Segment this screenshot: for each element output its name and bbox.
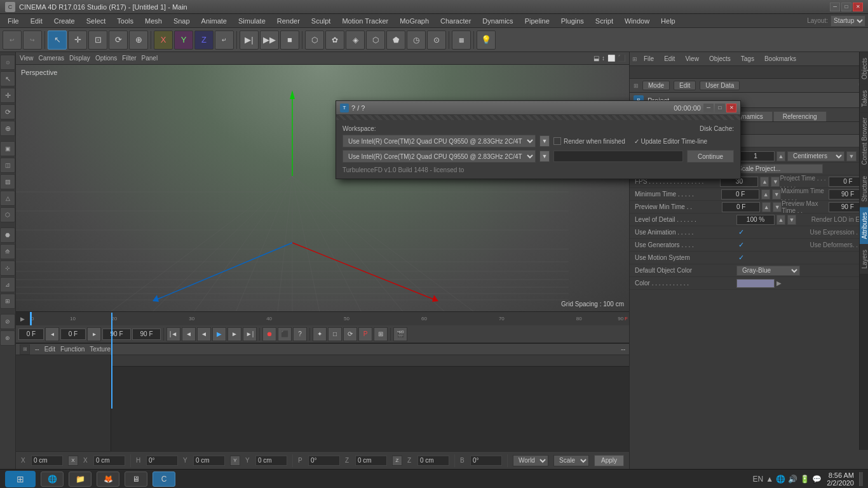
cube-btn[interactable]: ⬡ bbox=[305, 30, 324, 50]
tool-8[interactable]: △ bbox=[0, 191, 15, 206]
vp-menu-view[interactable]: View bbox=[20, 55, 34, 62]
tl-fps-up[interactable]: ▸ bbox=[87, 327, 101, 341]
tl-next-frame[interactable]: ► bbox=[227, 327, 241, 341]
tray-vol[interactable]: 🔊 bbox=[788, 475, 797, 484]
fps-up[interactable]: ▲ bbox=[760, 177, 769, 187]
x2-input[interactable] bbox=[93, 456, 125, 466]
menu-select[interactable]: Select bbox=[81, 16, 111, 26]
mograph-btn[interactable]: ⬡ bbox=[366, 30, 385, 50]
tool-0[interactable]: ⊙ bbox=[0, 55, 15, 70]
project-scale-unit-arrow[interactable]: ▼ bbox=[846, 151, 857, 161]
taskbar-cinema4d[interactable]: C bbox=[153, 471, 175, 487]
menu-character[interactable]: Character bbox=[435, 16, 476, 26]
render-finished-checkbox[interactable] bbox=[553, 137, 561, 145]
minimize-button[interactable]: ─ bbox=[830, 3, 840, 11]
axis-x[interactable]: X bbox=[154, 30, 173, 50]
vert-tab-structure[interactable]: Structure bbox=[860, 170, 868, 207]
h-input[interactable] bbox=[146, 456, 178, 466]
tool-4[interactable]: ⊕ bbox=[0, 121, 15, 136]
move-tool[interactable]: ✛ bbox=[68, 30, 87, 50]
tl-play-fwd[interactable]: ▶ bbox=[212, 327, 226, 341]
tl-film[interactable]: 🎬 bbox=[393, 327, 407, 341]
cpu2-select[interactable]: Use Intel(R) Core(TM)2 Quad CPU Q9550 @ … bbox=[342, 150, 536, 163]
scale-tool[interactable]: ⊡ bbox=[88, 30, 107, 50]
tool-5[interactable]: ▣ bbox=[0, 141, 15, 156]
cpu1-select[interactable]: Use Intel(R) Core(TM)2 Quad CPU Q9550 @ … bbox=[342, 135, 536, 147]
rp-tab-tags[interactable]: Tags bbox=[737, 55, 758, 63]
camera-btn[interactable]: ◷ bbox=[407, 30, 426, 50]
spline-btn[interactable]: ✿ bbox=[325, 30, 344, 50]
lod-down[interactable]: ▼ bbox=[787, 215, 796, 225]
stop-btn[interactable]: ■ bbox=[280, 30, 299, 50]
min-time-down[interactable]: ▼ bbox=[772, 189, 781, 200]
scale-dropdown[interactable]: Scale bbox=[553, 455, 589, 466]
preview-min-input[interactable] bbox=[722, 202, 760, 212]
undo-btn[interactable]: ↩ bbox=[3, 30, 22, 50]
menu-create[interactable]: Create bbox=[49, 16, 80, 26]
rp-tab-bookmarks[interactable]: Bookmarks bbox=[761, 55, 800, 63]
fps-down[interactable]: ▼ bbox=[771, 177, 780, 187]
tl-play-back[interactable]: ◄ bbox=[197, 327, 211, 341]
maximize-button[interactable]: □ bbox=[841, 3, 851, 11]
tool-6[interactable]: ◫ bbox=[0, 158, 15, 173]
lod-input[interactable] bbox=[736, 215, 775, 225]
tl-loop[interactable]: ? bbox=[293, 327, 307, 341]
cpu2-arrow[interactable]: ▼ bbox=[539, 151, 550, 162]
tl-key5[interactable]: ⊞ bbox=[374, 327, 388, 341]
anim-menu-right-dash[interactable]: -- bbox=[621, 346, 625, 353]
use-anim-checkbox[interactable]: ✓ bbox=[736, 228, 745, 237]
vert-tab-layers[interactable]: Layers bbox=[860, 244, 868, 274]
light-btn[interactable]: ⊙ bbox=[427, 30, 446, 50]
tl-next-key[interactable]: ►| bbox=[243, 327, 257, 341]
menu-render[interactable]: Render bbox=[272, 16, 305, 26]
tl-record[interactable]: ⏺ bbox=[262, 327, 276, 341]
tool-3[interactable]: ⟳ bbox=[0, 104, 15, 119]
menu-window[interactable]: Window bbox=[620, 16, 654, 26]
vert-tab-takes[interactable]: Takes bbox=[860, 85, 868, 112]
use-motion-checkbox[interactable]: ✓ bbox=[736, 254, 745, 262]
tool-16[interactable]: ⊛ bbox=[0, 330, 15, 346]
timeline-start[interactable] bbox=[60, 329, 86, 340]
deformer-btn[interactable]: ⬟ bbox=[386, 30, 405, 50]
b-input[interactable] bbox=[470, 456, 502, 466]
timeline-current-frame[interactable] bbox=[18, 329, 44, 340]
project-scale-input[interactable] bbox=[736, 151, 775, 161]
z-input[interactable] bbox=[355, 456, 387, 466]
tl-key4[interactable]: P bbox=[358, 327, 372, 341]
show-desktop-btn[interactable] bbox=[859, 472, 863, 486]
axis-z[interactable]: Z bbox=[194, 30, 214, 50]
menu-tools[interactable]: Tools bbox=[112, 16, 139, 26]
dialog-minimize[interactable]: ─ bbox=[703, 104, 714, 112]
vp-icon-4[interactable]: ⬛ bbox=[618, 55, 625, 62]
rp-tab-file[interactable]: File bbox=[640, 55, 658, 63]
vp-menu-cameras[interactable]: Cameras bbox=[39, 55, 65, 62]
tl-prev-frame[interactable]: ◄ bbox=[182, 327, 196, 341]
tl-key1[interactable]: ✦ bbox=[313, 327, 327, 341]
transform-tool[interactable]: ⊕ bbox=[129, 30, 148, 50]
tool-11[interactable]: ⟰ bbox=[0, 244, 15, 259]
tool-10[interactable]: ⬣ bbox=[0, 227, 15, 243]
anim-menu-function[interactable]: Function bbox=[60, 346, 85, 353]
menu-file[interactable]: File bbox=[3, 16, 24, 26]
menu-motiontracker[interactable]: Motion Tracker bbox=[337, 16, 393, 26]
menu-mesh[interactable]: Mesh bbox=[140, 16, 167, 26]
light-icon-btn[interactable]: 💡 bbox=[477, 30, 496, 50]
timeline-end[interactable] bbox=[102, 329, 131, 340]
preview-min-down[interactable]: ▼ bbox=[773, 202, 782, 212]
axis-y[interactable]: Y bbox=[174, 30, 193, 50]
color-arrow[interactable]: ▶ bbox=[776, 280, 782, 287]
vp-menu-panel[interactable]: Panel bbox=[142, 55, 158, 62]
tool-15[interactable]: ⊘ bbox=[0, 314, 15, 329]
viewport-layout-btn[interactable]: ▩ bbox=[452, 30, 471, 50]
color-swatch[interactable] bbox=[736, 279, 775, 288]
vert-tab-content-browser[interactable]: Content Browser bbox=[860, 112, 868, 170]
tray-up-icon[interactable]: ▲ bbox=[766, 475, 773, 484]
tool-9[interactable]: ⬡ bbox=[0, 207, 15, 222]
z2-input[interactable] bbox=[417, 456, 449, 466]
menu-dynamics[interactable]: Dynamics bbox=[477, 16, 518, 26]
attr-mode-btn[interactable]: Mode bbox=[642, 81, 670, 90]
vp-menu-filter[interactable]: Filter bbox=[122, 55, 136, 62]
y2-input[interactable] bbox=[255, 456, 287, 466]
tray-battery[interactable]: 🔋 bbox=[800, 475, 810, 484]
coord-x-pick[interactable]: X bbox=[68, 456, 78, 466]
